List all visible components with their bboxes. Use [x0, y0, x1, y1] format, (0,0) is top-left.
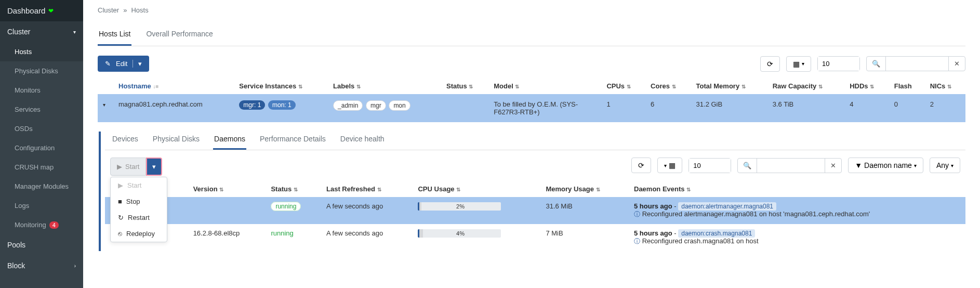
redeploy-icon: ⎋: [118, 230, 122, 238]
sidebar-item-monitoring[interactable]: Monitoring 4: [0, 215, 83, 234]
event-tag: daemon:crash.magna081: [678, 229, 755, 238]
menu-start: ▶Start: [111, 177, 167, 193]
daemon-refreshed: A few seconds ago: [321, 224, 413, 251]
dcol-cpu[interactable]: CPU Usage ⇅: [413, 181, 540, 197]
subtab-performance-details[interactable]: Performance Details: [259, 132, 327, 150]
daemon-columns-button[interactable]: ▾▦: [657, 158, 682, 173]
menu-redeploy[interactable]: ⎋Redeploy: [111, 226, 167, 242]
dcol-mem[interactable]: Memory Usage ⇅: [540, 181, 629, 197]
breadcrumb-cluster[interactable]: Cluster: [98, 6, 119, 14]
daemon-search-input[interactable]: [757, 159, 825, 173]
sidebar-item-osds[interactable]: OSDs: [0, 119, 83, 138]
svc-mon-pill: mon: 1: [268, 100, 296, 110]
any-filter-select[interactable]: Any ▾: [930, 158, 960, 173]
sidebar-item-services[interactable]: Services: [0, 100, 83, 119]
subtab-device-health[interactable]: Device health: [339, 132, 386, 150]
dcol-refreshed[interactable]: Last Refreshed ⇅: [321, 181, 413, 197]
daemon-event: 5 hours ago - daemon:alertmanager.magna0…: [634, 202, 960, 219]
main-tabs: Hosts List Overall Performance: [98, 27, 965, 46]
col-raw[interactable]: Raw Capacity ⇅: [767, 78, 844, 94]
dashboard-label: Dashboard: [7, 6, 45, 15]
actions-dropdown-menu: ▶Start ■Stop ↻Restart ⎋Redeploy: [110, 177, 167, 242]
play-icon: ▶: [118, 181, 123, 189]
col-hdds[interactable]: HDDs ⇅: [844, 78, 889, 94]
info-icon: ⓘ: [634, 238, 640, 245]
filter-label: Daemon name: [864, 161, 912, 169]
dashboard-link[interactable]: Dashboard ❤: [0, 0, 83, 21]
sidebar-item-hosts[interactable]: Hosts: [0, 42, 83, 61]
daemon-version: 16.2.8-68.el8cp: [188, 224, 266, 251]
cpu-pct: 2%: [456, 203, 465, 210]
col-service-instances[interactable]: Service Instances ⇅: [234, 78, 328, 94]
clear-search-button[interactable]: ✕: [825, 159, 841, 173]
event-tag: daemon:alertmanager.magna081: [678, 202, 776, 211]
block-label: Block: [7, 261, 25, 270]
tab-overall-performance[interactable]: Overall Performance: [145, 27, 214, 46]
daemon-page-size-input[interactable]: [688, 158, 731, 173]
host-row[interactable]: ▾ magna081.ceph.redhat.com mgr: 1 mon: 1…: [98, 94, 965, 122]
sidebar-section-cluster[interactable]: Cluster ▾: [0, 21, 83, 42]
col-nics[interactable]: NICs ⇅: [925, 78, 965, 94]
daemon-refresh-button[interactable]: ⟳: [631, 158, 651, 173]
subtab-devices[interactable]: Devices: [111, 132, 139, 150]
sidebar-item-crush-map[interactable]: CRUSH map: [0, 158, 83, 177]
search-input[interactable]: [886, 57, 948, 71]
daemon-filter-select[interactable]: ▼ Daemon name ▾: [848, 158, 923, 173]
sidebar-item-manager-modules[interactable]: Manager Modules: [0, 177, 83, 196]
event-msg: Reconfigured alertmanager.magna081 on ho…: [642, 210, 870, 218]
caret-down-icon: ▾: [133, 60, 142, 68]
chevron-right-icon: ›: [74, 263, 76, 269]
menu-restart[interactable]: ↻Restart: [111, 210, 167, 226]
host-detail-tabs: Devices Physical Disks Daemons Performan…: [105, 132, 965, 150]
actions-dropdown-toggle[interactable]: ▾: [146, 158, 162, 176]
page-size-input[interactable]: [817, 56, 860, 71]
host-memory: 31.2 GiB: [691, 94, 767, 122]
subtab-physical-disks[interactable]: Physical Disks: [152, 132, 201, 150]
tab-hosts-list[interactable]: Hosts List: [98, 27, 131, 46]
dcol-events[interactable]: Daemon Events ⇅: [629, 181, 965, 197]
col-hostname[interactable]: Hostname ↓≡: [113, 78, 234, 94]
clear-search-button[interactable]: ✕: [948, 57, 965, 71]
daemon-row[interactable]: alertmanager. running A few seconds ago …: [105, 197, 965, 224]
col-flash[interactable]: Flash: [889, 78, 925, 94]
expand-toggle-icon[interactable]: ▾: [103, 102, 105, 108]
sidebar-item-monitors[interactable]: Monitors: [0, 81, 83, 100]
host-hdds: 4: [844, 94, 889, 122]
stop-icon: ■: [118, 198, 122, 205]
subtab-daemons[interactable]: Daemons: [213, 132, 246, 150]
caret-down-icon: ▾: [951, 163, 953, 168]
col-status[interactable]: Status ⇅: [441, 78, 488, 94]
sort-icon: ⇅: [741, 84, 746, 89]
col-model[interactable]: Model ⇅: [488, 78, 601, 94]
sidebar-item-logs[interactable]: Logs: [0, 196, 83, 215]
dcol-version[interactable]: Version ⇅: [188, 181, 266, 197]
caret-down-icon: ▾: [664, 163, 667, 168]
breadcrumb-sep-icon: »: [123, 6, 127, 14]
monitoring-badge: 4: [49, 221, 59, 229]
funnel-icon: ▼: [855, 161, 862, 169]
sort-icon: ⇅: [377, 187, 381, 192]
menu-stop[interactable]: ■Stop: [111, 193, 167, 210]
col-cores[interactable]: Cores ⇅: [645, 78, 691, 94]
columns-button[interactable]: ▦▾: [786, 56, 811, 72]
sidebar-item-physical-disks[interactable]: Physical Disks: [0, 61, 83, 81]
breadcrumb: Cluster » Hosts: [98, 6, 965, 14]
sidebar-section-pools[interactable]: Pools: [0, 234, 83, 255]
refresh-button[interactable]: ⟳: [760, 56, 780, 72]
col-labels[interactable]: Labels ⇅: [328, 78, 441, 94]
edit-button[interactable]: ✎ Edit ▾: [98, 56, 149, 72]
col-memory[interactable]: Total Memory ⇅: [691, 78, 767, 94]
dcol-status[interactable]: Status ⇅: [266, 181, 321, 197]
sort-icon: ⇅: [686, 187, 691, 192]
host-cpus: 1: [601, 94, 645, 122]
sidebar-section-block[interactable]: Block ›: [0, 255, 83, 276]
event-time: 5 hours ago: [634, 229, 672, 237]
start-button-group: ▶ Start ▾ ▶Start ■Stop ↻Restart ⎋Redeplo…: [110, 158, 162, 176]
refresh-icon: ⟳: [638, 161, 644, 169]
host-hostname: magna081.ceph.redhat.com: [113, 94, 234, 122]
col-cpus[interactable]: CPUs ⇅: [601, 78, 645, 94]
sidebar-item-configuration[interactable]: Configuration: [0, 138, 83, 158]
pencil-icon: ✎: [105, 60, 111, 68]
daemon-row[interactable]: crash.magna081 16.2.8-68.el8cp running A…: [105, 224, 965, 251]
daemon-event: 5 hours ago - daemon:crash.magna081 ⓘ Re…: [634, 229, 960, 246]
